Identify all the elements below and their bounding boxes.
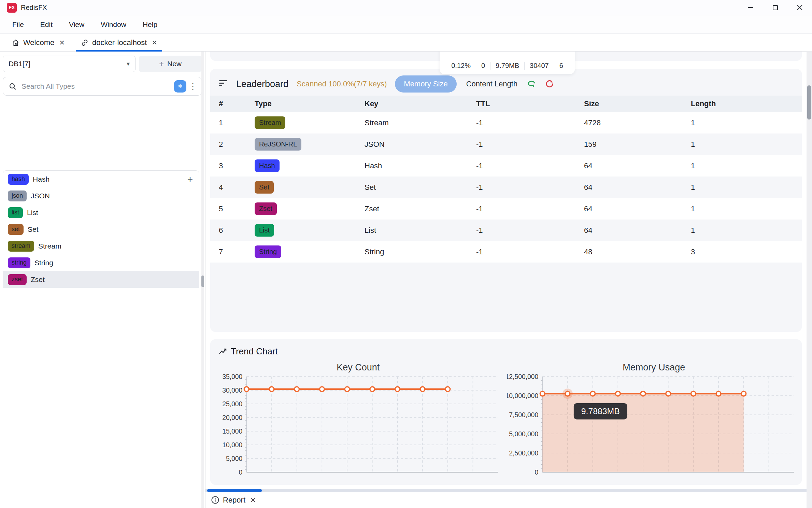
memory-size-button[interactable]: Memory Size: [395, 75, 456, 93]
table-row[interactable]: 7 String String -1 48 3: [210, 241, 802, 263]
asterisk-icon: ✱: [178, 83, 182, 89]
type-badge: Stream: [255, 116, 285, 129]
body-row: DB1[7] ▾ + New ✱ ⋮ hash Hash +: [0, 52, 812, 508]
app-title: RedisFX: [21, 4, 47, 12]
type-label: Stream: [38, 242, 61, 250]
rescan-icon[interactable]: [527, 79, 537, 89]
horizontal-scrollbar-track[interactable]: [205, 489, 812, 492]
table-body: 1 Stream Stream -1 4728 1 2 ReJSON-RL JS…: [210, 112, 802, 263]
col-key: Key: [365, 99, 476, 108]
menu-help[interactable]: Help: [134, 20, 166, 29]
svg-text:7,500,000: 7,500,000: [509, 411, 538, 419]
table-row[interactable]: 3 Hash Hash -1 64 1: [210, 155, 802, 177]
menu-view[interactable]: View: [61, 20, 92, 29]
table-row[interactable]: 1 Stream Stream -1 4728 1: [210, 112, 802, 133]
menu-edit[interactable]: Edit: [32, 20, 61, 29]
search-box: ✱ ⋮: [3, 77, 202, 96]
row-key: List: [365, 226, 476, 235]
type-label: Set: [28, 225, 39, 234]
trend-icon: [218, 347, 227, 356]
json-type-badge: json: [8, 190, 27, 201]
type-badge: List: [255, 224, 274, 237]
chevron-down-icon: ▾: [127, 60, 130, 68]
maximize-button[interactable]: [763, 0, 787, 15]
tab-label: Welcome: [23, 38, 54, 47]
tab-close-icon[interactable]: ✕: [59, 39, 65, 47]
add-key-icon[interactable]: +: [187, 174, 193, 185]
minimize-button[interactable]: [738, 0, 763, 15]
content-length-button[interactable]: Content Length: [465, 80, 519, 88]
sidebar-item-hash[interactable]: hash Hash +: [3, 171, 199, 187]
row-ttl: -1: [476, 161, 584, 170]
search-input[interactable]: [22, 82, 174, 90]
svg-text:15,000: 15,000: [222, 427, 242, 435]
col-length: Length: [691, 99, 802, 108]
table-row[interactable]: 4 Set Set -1 64 1: [210, 177, 802, 198]
sidebar-item-json[interactable]: json JSON: [3, 187, 199, 204]
scan-status: Scanned 100.0%(7/7 keys): [297, 80, 387, 88]
db-selector[interactable]: DB1[7] ▾: [3, 56, 136, 72]
match-mode-toggle[interactable]: ✱: [174, 80, 186, 93]
row-key: String: [365, 248, 476, 256]
row-key: Zset: [365, 204, 476, 213]
sidebar-item-stream[interactable]: stream Stream: [3, 238, 199, 254]
type-badge: Zset: [255, 202, 277, 215]
sidebar-item-set[interactable]: set Set: [3, 221, 199, 238]
leaderboard-table: # Type Key TTL Size Length 1 Stream Stre…: [210, 96, 802, 263]
tab-close-icon[interactable]: ✕: [152, 39, 157, 47]
sidebar-item-list[interactable]: list List: [3, 204, 199, 221]
tab-docker-localhost[interactable]: docker-localhost ✕: [76, 34, 162, 51]
vertical-scrollbar-track[interactable]: [807, 52, 812, 508]
refresh-icon[interactable]: [545, 79, 554, 89]
row-key: Stream: [365, 118, 476, 127]
table-row[interactable]: 6 List List -1 64 1: [210, 220, 802, 241]
new-key-button[interactable]: + New: [139, 56, 202, 72]
row-length: 1: [691, 204, 802, 213]
sidebar-item-zset[interactable]: zset Zset: [3, 271, 199, 288]
trend-chart-title: Trend Chart: [231, 346, 278, 357]
chart-title: Memory Usage: [623, 361, 685, 374]
zset-type-badge: zset: [8, 274, 27, 285]
table-row[interactable]: 5 Zset Zset -1 64 1: [210, 198, 802, 220]
sidebar-item-string[interactable]: string String: [3, 254, 199, 271]
col-index: #: [219, 99, 255, 108]
row-ttl: -1: [476, 226, 584, 235]
new-button-label: New: [167, 60, 182, 68]
menu-file[interactable]: File: [4, 20, 32, 29]
main-panel: 0.12% 0 9.79MB 30407 6 Leaderboard Scann…: [205, 52, 812, 508]
row-index: 3: [219, 161, 255, 170]
hash-type-badge: hash: [8, 174, 29, 185]
key-count-plot[interactable]: 05,00010,00015,00020,00025,00030,00035,0…: [211, 374, 505, 481]
horizontal-scrollbar-thumb[interactable]: [207, 489, 262, 492]
row-size: 48: [584, 248, 691, 256]
svg-text:0: 0: [239, 468, 243, 476]
info-icon: [211, 496, 219, 504]
table-row[interactable]: 2 ReJSON-RL JSON -1 159 1: [210, 133, 802, 155]
db-selector-value: DB1[7]: [9, 60, 30, 68]
row-length: 3: [691, 248, 802, 256]
menu-window[interactable]: Window: [92, 20, 134, 29]
sidebar-controls: DB1[7] ▾ + New: [3, 56, 202, 72]
tab-welcome[interactable]: Welcome ✕: [7, 34, 70, 51]
trend-chart-card: Trend Chart Key Count 05,00010,00015,000…: [210, 339, 802, 485]
row-index: 7: [219, 248, 255, 256]
vertical-scrollbar-thumb[interactable]: [807, 85, 811, 119]
type-badge: Hash: [255, 159, 280, 172]
divider: [476, 62, 476, 70]
svg-text:20,000: 20,000: [222, 414, 242, 421]
row-key: JSON: [365, 140, 476, 149]
divider: [524, 62, 525, 70]
type-badge: ReJSON-RL: [255, 138, 301, 151]
svg-text:9.7883MB: 9.7883MB: [581, 407, 619, 416]
memory-usage-plot[interactable]: 02,500,0005,000,0007,500,00010,000,00012…: [507, 374, 801, 481]
report-close-icon[interactable]: ✕: [250, 496, 256, 504]
col-type: Type: [255, 99, 365, 108]
close-button[interactable]: [787, 0, 812, 15]
type-label: String: [34, 259, 53, 267]
maximize-icon: [773, 5, 778, 10]
report-tab-label[interactable]: Report: [223, 496, 245, 505]
more-options-icon[interactable]: ⋮: [188, 82, 197, 91]
type-list: hash Hash + json JSON list List set Set: [3, 170, 199, 508]
row-size: 159: [584, 140, 691, 149]
sidebar-scrollbar-thumb[interactable]: [201, 276, 204, 287]
